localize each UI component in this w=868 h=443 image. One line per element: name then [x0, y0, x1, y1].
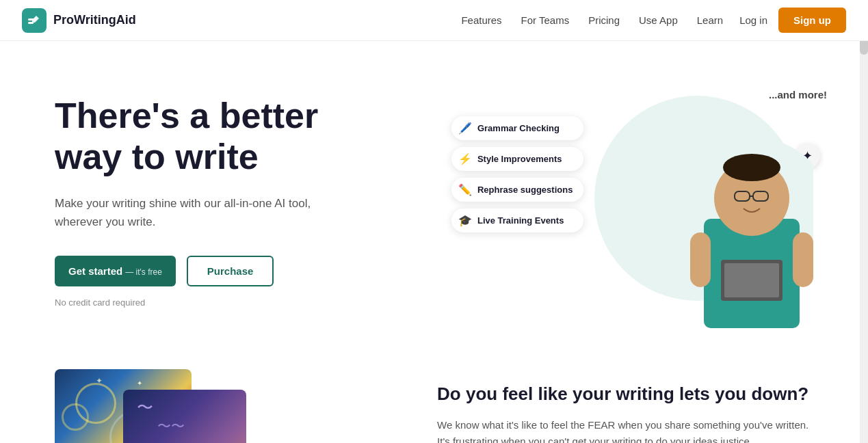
hero-actions: Get started— it's free Purchase [55, 256, 472, 286]
nav-item-features[interactable]: Features [461, 14, 501, 27]
nav-item-learn[interactable]: Learn [697, 14, 723, 27]
nav-item-for-teams[interactable]: For Teams [521, 14, 570, 27]
second-section-right: Do you feel like your writing lets you d… [437, 369, 813, 443]
nav-item-pricing[interactable]: Pricing [588, 14, 620, 27]
pill-style: ⚡ Style Improvements [451, 147, 583, 171]
training-icon: 🎓 [458, 214, 472, 227]
logo-icon [22, 8, 47, 33]
second-section: ✦ ✦ ✦ 〜 〜〜 〜 My idea in my head Do you f… [0, 355, 868, 443]
login-button[interactable]: Log in [739, 14, 767, 26]
svg-rect-10 [724, 263, 779, 297]
svg-rect-12 [793, 232, 813, 287]
nav-item-use-app[interactable]: Use App [639, 14, 678, 27]
second-description: We know what it's like to feel the FEAR … [437, 417, 813, 443]
hero-section: There's a better way to write Make your … [0, 41, 868, 355]
get-started-button[interactable]: Get started— it's free [55, 256, 176, 286]
second-section-left: ✦ ✦ ✦ 〜 〜〜 〜 My idea in my head [55, 369, 396, 443]
nav-links: Features For Teams Pricing Use App Learn [461, 14, 723, 27]
pill-grammar: 🖊️ Grammar Checking [451, 116, 583, 140]
hero-right: 🖊️ Grammar Checking ⚡ Style Improvements… [472, 82, 813, 328]
art-container: ✦ ✦ ✦ 〜 〜〜 〜 My idea in my head [55, 369, 396, 443]
rephrase-icon: ✏️ [458, 183, 472, 196]
person-illustration [635, 82, 813, 328]
pill-training: 🎓 Live Training Events [451, 209, 583, 232]
hero-illustration: 🖊️ Grammar Checking ⚡ Style Improvements… [472, 82, 813, 328]
navbar: ProWritingAid Features For Teams Pricing… [0, 0, 868, 41]
pill-rephrase: ✏️ Rephrase suggestions [451, 178, 583, 202]
scrollbar[interactable] [860, 0, 868, 443]
no-credit-card-text: No credit card required [55, 297, 472, 308]
nav-logo[interactable]: ProWritingAid [22, 8, 136, 33]
grammar-icon: 🖊️ [458, 122, 472, 135]
svg-rect-11 [690, 232, 711, 287]
hero-subtitle: Make your writing shine with our all-in-… [55, 194, 342, 231]
feature-pills: 🖊️ Grammar Checking ⚡ Style Improvements… [451, 116, 583, 232]
overlay-art: 〜 〜〜 〜 [123, 390, 246, 443]
hero-title: There's a better way to write [55, 96, 472, 178]
signup-button[interactable]: Sign up [778, 8, 846, 33]
second-title: Do you feel like your writing lets you d… [437, 383, 813, 406]
svg-point-8 [723, 154, 780, 181]
logo-text: ProWritingAid [53, 13, 136, 27]
purchase-button[interactable]: Purchase [187, 256, 274, 286]
hero-left: There's a better way to write Make your … [55, 82, 472, 308]
style-icon: ⚡ [458, 152, 472, 165]
